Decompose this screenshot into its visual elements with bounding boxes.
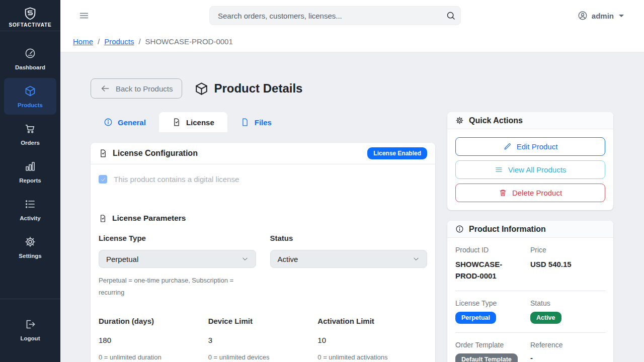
main-area: admin Home / Products / SHOWCASE-PROD-00…: [60, 0, 644, 362]
tab-general[interactable]: General: [91, 112, 159, 132]
app-root: SOFTACTIVATE Dashboard: [0, 0, 644, 362]
reference-label: Reference: [530, 341, 605, 349]
chevron-down-icon: [242, 255, 249, 262]
license-parameters-heading: License Parameters: [99, 214, 427, 223]
perpetual-badge: Perpetual: [455, 312, 496, 324]
back-to-products-button[interactable]: Back to Products: [91, 78, 182, 99]
gear-icon: [24, 236, 36, 248]
device-limit-field: Device Limit 3 0 = unlimited devices: [208, 317, 318, 362]
divider: [455, 332, 605, 333]
activation-limit-label: Activation Limit: [317, 317, 427, 325]
license-type-label: License Type: [99, 234, 256, 242]
breadcrumb-separator: /: [98, 37, 100, 46]
status-select[interactable]: Active: [270, 250, 428, 268]
tab-label: License: [186, 118, 214, 127]
brand: SOFTACTIVATE: [0, 0, 60, 31]
search-icon: [446, 11, 456, 21]
sidebar-item-reports[interactable]: Reports: [4, 153, 56, 190]
gauge-icon: [24, 47, 36, 59]
limits-row: Duration (days) 180 0 = unlimited durati…: [99, 317, 427, 362]
license-type-cell: License Type Perpetual: [455, 299, 530, 324]
device-limit-label: Device Limit: [208, 317, 318, 325]
status-field: Status Active: [270, 234, 428, 299]
hamburger-icon: [78, 10, 90, 21]
view-all-products-button[interactable]: View All Products: [455, 160, 605, 179]
file-check-icon: [99, 214, 107, 223]
license-type-hint: Perpetual = one-time purchase, Subscript…: [99, 275, 256, 299]
gear-icon: [455, 116, 464, 125]
order-template-cell: Order Template Default Template: [455, 341, 530, 362]
product-id-cell: Product ID SHOWCASE-PROD-0001: [455, 246, 530, 282]
info-license-type-label: License Type: [455, 299, 530, 307]
brand-shield-icon: [23, 7, 37, 21]
status-label: Status: [270, 234, 428, 242]
reference-cell: Reference -: [530, 341, 605, 362]
license-config-title: License Configuration: [99, 149, 198, 158]
content-grid: General License: [91, 112, 613, 362]
tab-bar: General License: [91, 112, 435, 132]
license-enabled-badge: License Enabled: [367, 147, 427, 159]
license-type-value: Perpetual: [106, 255, 138, 263]
sidebar-item-label: Logout: [21, 335, 40, 341]
user-menu[interactable]: admin: [578, 11, 624, 21]
page-content: Back to Products Product Details: [60, 52, 644, 362]
status-value: Active: [278, 255, 298, 263]
product-information-header: Product Information: [447, 221, 613, 238]
delete-product-button[interactable]: Delete Product: [455, 184, 605, 202]
breadcrumb-home-link[interactable]: Home: [73, 37, 93, 46]
product-information-card: Product Information Product ID SHOWCASE-…: [447, 221, 613, 362]
duration-value: 180: [99, 336, 208, 344]
back-button-label: Back to Products: [116, 84, 173, 93]
license-parameters-title-text: License Parameters: [112, 214, 186, 223]
user-name: admin: [592, 12, 614, 20]
license-config-title-text: License Configuration: [113, 149, 198, 158]
sidebar-item-label: Products: [18, 102, 43, 108]
sidebar-item-dashboard[interactable]: Dashboard: [4, 40, 56, 77]
cart-icon: [24, 123, 36, 135]
search-input[interactable]: [209, 6, 461, 25]
info-row-template-reference: Order Template Default Template Referenc…: [455, 341, 605, 362]
activation-limit-hint: 0 = unlimited activations: [317, 351, 427, 362]
activation-limit-value: 10: [317, 336, 427, 344]
license-type-select[interactable]: Perpetual: [99, 250, 256, 268]
sidebar-item-products[interactable]: Products: [4, 78, 56, 115]
license-type-field: License Type Perpetual: [99, 234, 256, 299]
sidebar-item-label: Reports: [19, 177, 41, 184]
breadcrumb-products-link[interactable]: Products: [104, 37, 134, 46]
device-limit-value: 3: [208, 336, 318, 344]
product-information-title-text: Product Information: [469, 225, 546, 234]
edit-product-button[interactable]: Edit Product: [455, 137, 605, 156]
search-button[interactable]: [445, 10, 457, 22]
license-card-body: This product contains a digital license: [91, 164, 435, 362]
tab-label: General: [118, 118, 146, 127]
digital-license-checkbox[interactable]: [99, 175, 107, 184]
trash-icon: [499, 189, 507, 197]
device-limit-hint: 0 = unlimited devices: [208, 351, 318, 362]
info-status-label: Status: [530, 299, 605, 307]
chevron-down-icon: [413, 255, 420, 262]
duration-hint: 0 = unlimited duration: [99, 351, 208, 362]
global-search: [209, 6, 461, 25]
sidebar-item-settings[interactable]: Settings: [4, 229, 56, 265]
duration-label: Duration (days): [99, 317, 208, 325]
product-id-value: SHOWCASE-PROD-0001: [455, 258, 515, 282]
digital-license-checkbox-row: This product contains a digital license: [99, 175, 427, 184]
quick-actions-card: Quick Actions Edit Product: [447, 112, 613, 210]
bar-chart-icon: [24, 160, 36, 172]
sidebar-item-logout[interactable]: Logout: [4, 311, 56, 348]
sidebar-item-activity[interactable]: Activity: [4, 191, 56, 228]
sidebar-item-label: Activity: [20, 215, 41, 221]
sidebar-item-orders[interactable]: Orders: [4, 116, 56, 152]
page-header: Back to Products Product Details: [91, 78, 613, 99]
menu-toggle-button[interactable]: [78, 10, 90, 21]
tab-license[interactable]: License: [159, 112, 227, 132]
breadcrumb: Home / Products / SHOWCASE-PROD-0001: [60, 31, 644, 52]
price-label: Price: [530, 246, 605, 254]
file-icon: [240, 118, 250, 127]
logout-icon: [24, 318, 36, 330]
price-cell: Price USD 540.15: [530, 246, 605, 282]
page-title-text: Product Details: [214, 81, 302, 96]
tab-files[interactable]: Files: [227, 112, 285, 132]
page-title: Product Details: [194, 81, 302, 96]
info-circle-icon: [455, 225, 464, 233]
